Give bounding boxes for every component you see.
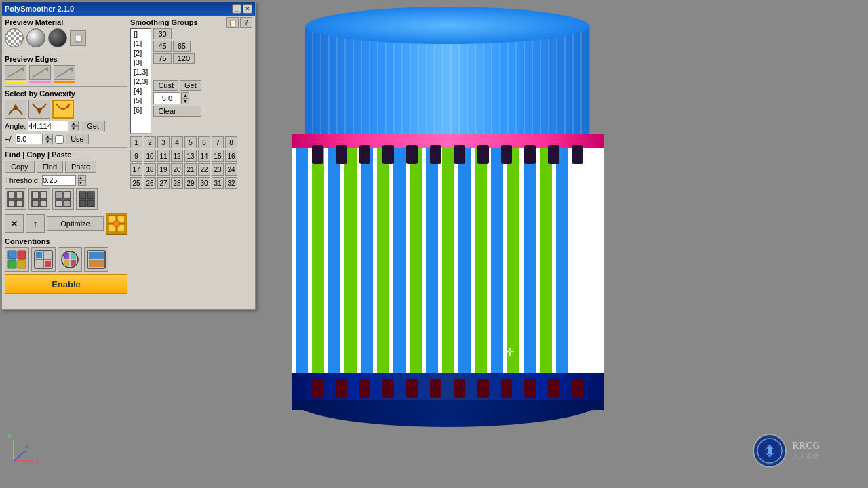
panel-icon-copy[interactable]: 📋 [226,17,239,28]
sg-num-29[interactable]: 29 [184,177,197,189]
sg-num-19[interactable]: 19 [157,163,170,176]
clear-button[interactable]: Clear [153,106,201,117]
angle-input[interactable] [28,121,68,131]
sg-num-15[interactable]: 15 [212,150,224,162]
sg-spin-down[interactable]: ▼ [181,98,189,104]
sg-cust-button[interactable]: Cust [153,80,178,91]
sg-num-30[interactable]: 30 [198,177,210,189]
grid-icon-btn-1[interactable] [5,188,26,210]
sg-item-3[interactable]: [3] [131,58,151,67]
copy-button[interactable]: Copy [5,161,35,173]
title-bar[interactable]: PolySmoother 2.1.0 _ × [2,2,255,16]
minimize-button[interactable]: _ [232,4,241,14]
sg-num-1[interactable]: 1 [130,136,142,148]
pm-checkbox[interactable] [55,135,64,144]
watermark-subtext: 人人素材 [792,451,820,461]
optimize-button[interactable]: Optimize [47,216,104,231]
enable-button[interactable]: Enable [5,274,127,294]
sg-num-10[interactable]: 10 [144,150,156,162]
smoothing-groups-list[interactable]: [] [1] [2] [3] [1,3] [2,3] [4] [5] [6] [130,28,151,134]
sg-num-2[interactable]: 2 [144,136,156,148]
svg-point-37 [113,220,120,227]
sg-item-2[interactable]: [2] [131,48,151,58]
sg-num-32[interactable]: 32 [225,177,237,189]
sg-num-24[interactable]: 24 [225,163,237,176]
sg-num-31[interactable]: 31 [212,177,224,189]
close-button[interactable]: × [243,4,252,14]
sg-num-18[interactable]: 18 [144,163,156,176]
sg-item-5[interactable]: [2,3] [131,77,151,86]
grid-icon-btn-4[interactable] [76,188,98,210]
sg-num-3[interactable]: 3 [157,136,170,148]
edge-btn-2[interactable] [29,65,51,80]
angle-spin-down[interactable]: ▼ [71,126,79,131]
angle-spin-up[interactable]: ▲ [71,121,79,126]
sg-item-8[interactable]: [6] [131,105,151,115]
edge-btn-1[interactable] [5,65,26,80]
sg-num-14[interactable]: 14 [198,150,210,162]
sg-num-25[interactable]: 25 [130,177,142,189]
cross-icon-button[interactable]: ✕ [5,214,24,233]
sg-val-65[interactable]: 65 [173,41,191,52]
edge-btn-3[interactable] [54,65,75,80]
sg-num-16[interactable]: 16 [225,150,237,162]
autosmooth-icon-button[interactable] [106,213,127,235]
sg-item-4[interactable]: [1,3] [131,67,151,77]
threshold-spin-down[interactable]: ▼ [78,180,86,186]
pm-spin-down[interactable]: ▼ [45,139,53,144]
pm-spin-up[interactable]: ▲ [45,134,53,139]
sg-num-4[interactable]: 4 [171,136,183,148]
threshold-input[interactable] [42,175,76,186]
paste-button[interactable]: Paste [65,161,96,173]
conv-btn-4[interactable] [84,247,108,272]
use-button[interactable]: Use [66,134,89,144]
grid-icon-btn-2[interactable] [28,188,50,210]
sg-num-21[interactable]: 21 [184,163,197,176]
sg-get-button[interactable]: Get [180,80,201,91]
sg-num-11[interactable]: 11 [157,150,170,162]
convexity-btn-active[interactable] [52,100,74,119]
material-ball-gray[interactable] [26,28,45,47]
sg-num-5[interactable]: 5 [184,136,197,148]
svg-text:y: y [8,432,12,439]
sg-item-7[interactable]: [5] [131,96,151,105]
angle-get-button[interactable]: Get [81,121,105,131]
sg-val-30[interactable]: 30 [153,28,171,39]
conv-btn-2[interactable] [31,247,56,272]
convexity-btn-convex[interactable] [28,100,50,119]
sg-item-6[interactable]: [4] [131,86,151,96]
sg-item-1[interactable]: [1] [131,39,151,48]
sg-val-120[interactable]: 120 [173,53,195,64]
material-ball-checker[interactable] [5,28,24,47]
sg-num-17[interactable]: 17 [130,163,142,176]
pm-input[interactable] [16,134,43,144]
sg-num-20[interactable]: 20 [171,163,183,176]
threshold-spin-up[interactable]: ▲ [78,175,86,180]
material-copy-button[interactable]: 📋 [70,30,86,46]
sg-val-45[interactable]: 45 [153,41,171,52]
sg-item-0[interactable]: [] [131,29,151,39]
conv-btn-1[interactable] [5,247,29,272]
sg-num-28[interactable]: 28 [171,177,183,189]
conv-btn-3[interactable] [58,247,82,272]
sg-val-75[interactable]: 75 [153,53,171,64]
sg-num-27[interactable]: 27 [157,177,170,189]
sg-num-22[interactable]: 22 [198,163,210,176]
convexity-btn-concave[interactable] [5,100,26,119]
sg-num-12[interactable]: 12 [171,150,183,162]
dark-rect [524,379,536,398]
material-ball-dark[interactable] [48,28,67,47]
panel-icon-help[interactable]: ? [240,17,252,28]
grid-icon-btn-3[interactable] [52,188,74,210]
sg-spin-up[interactable]: ▲ [181,92,189,98]
sg-value-input[interactable] [153,92,180,104]
sg-num-9[interactable]: 9 [130,150,142,162]
sg-num-13[interactable]: 13 [184,150,197,162]
sg-num-23[interactable]: 23 [212,163,224,176]
sg-num-8[interactable]: 8 [225,136,237,148]
find-button[interactable]: Find [37,161,63,173]
sg-num-26[interactable]: 26 [144,177,156,189]
arrow-up-button[interactable]: ↑ [26,214,45,233]
sg-num-6[interactable]: 6 [198,136,210,148]
sg-num-7[interactable]: 7 [212,136,224,148]
